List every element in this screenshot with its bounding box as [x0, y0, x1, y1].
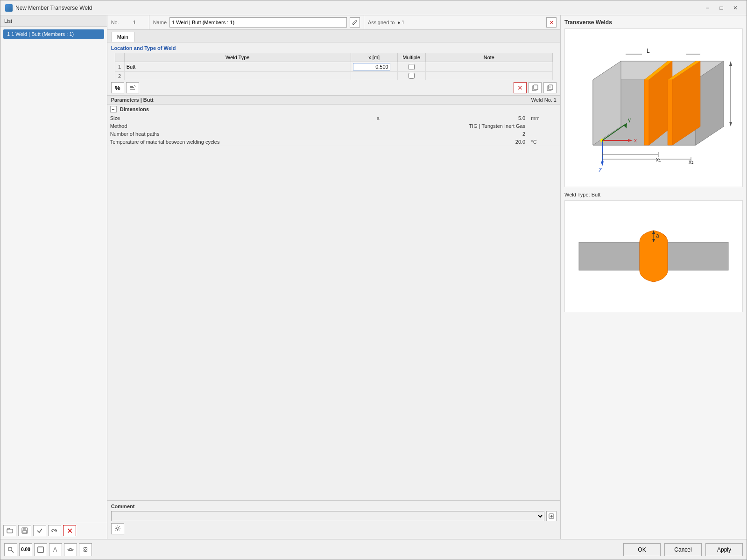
- assigned-value: ♦ 1: [397, 20, 543, 25]
- text-icon: A: [52, 546, 59, 553]
- minimize-button[interactable]: −: [701, 3, 714, 13]
- sort-button[interactable]: [126, 82, 139, 93]
- comment-select[interactable]: [111, 511, 544, 521]
- x-cell-2: [351, 72, 397, 80]
- params-header: Parameters | Butt Weld No. 1: [107, 96, 560, 105]
- ok-button[interactable]: OK: [623, 543, 661, 556]
- param-key-heat: [368, 130, 388, 138]
- weld-table-container: Weld Type x [m] Multiple Note 1 Butt: [107, 53, 560, 80]
- param-key-method: [368, 122, 388, 130]
- svg-point-65: [85, 549, 86, 551]
- param-unit-temp: °C: [528, 138, 560, 146]
- multiple-cell-1[interactable]: [397, 62, 425, 72]
- toolbar-left: %: [111, 82, 139, 93]
- svg-text:a: a: [656, 232, 659, 239]
- comment-section: Comment: [107, 500, 560, 539]
- tabs-bar: Main: [107, 30, 560, 42]
- comment-action-button[interactable]: [546, 511, 557, 521]
- param-unit-size: mm: [528, 114, 560, 122]
- eye-button[interactable]: [64, 543, 77, 556]
- copy-button-1[interactable]: [529, 82, 542, 93]
- box-select-button[interactable]: [34, 543, 47, 556]
- open-folder-button[interactable]: [3, 525, 16, 536]
- table-row: 1 Butt: [115, 62, 552, 72]
- weld-type-cell-2: [124, 72, 351, 80]
- cancel-button[interactable]: Cancel: [664, 543, 702, 556]
- restore-button[interactable]: □: [715, 3, 728, 13]
- edit-name-button[interactable]: [350, 17, 360, 28]
- delete-row-button[interactable]: ✕: [514, 82, 527, 93]
- right-panel: Transverse Welds: [561, 15, 747, 539]
- params-section: Parameters | Butt Weld No. 1 − Dimension…: [107, 95, 560, 146]
- param-row-size: Size a 5.0 mm: [107, 114, 560, 122]
- svg-marker-52: [729, 61, 732, 66]
- svg-text:A: A: [53, 546, 57, 553]
- svg-text:L: L: [647, 48, 650, 54]
- check-button[interactable]: [33, 525, 46, 536]
- edit-icon: [352, 20, 358, 25]
- settings-tool-button[interactable]: [79, 543, 92, 556]
- dim-toggle-button[interactable]: −: [110, 106, 117, 112]
- svg-text:x₁: x₁: [656, 156, 661, 163]
- multiple-checkbox-1[interactable]: [409, 64, 415, 70]
- sort-icon: [129, 84, 136, 91]
- svg-marker-24: [644, 80, 649, 145]
- bottom-right-actions: OK Cancel Apply: [623, 543, 743, 556]
- bottom-bar: 0.00 A OK Cancel Apply: [0, 539, 747, 560]
- chain-button[interactable]: [48, 525, 61, 536]
- percent-button[interactable]: %: [111, 82, 124, 93]
- svg-rect-54: [579, 242, 640, 270]
- delete-list-button[interactable]: ✕: [63, 525, 76, 536]
- toolbar-right: ✕: [514, 82, 557, 93]
- window-title: New Member Transverse Weld: [15, 5, 92, 11]
- multiple-cell-2[interactable]: [397, 72, 425, 80]
- title-bar-left: New Member Transverse Weld: [5, 4, 92, 12]
- col-x: x [m]: [351, 53, 397, 62]
- tab-main[interactable]: Main: [111, 32, 134, 42]
- svg-text:y: y: [628, 117, 631, 123]
- save-button[interactable]: [18, 525, 31, 536]
- svg-rect-12: [549, 85, 553, 90]
- magnifier-button[interactable]: [4, 543, 17, 556]
- dimensions-label: Dimensions: [120, 106, 149, 112]
- app-icon: [5, 4, 13, 12]
- bottom-left-tools: 0.00 A: [4, 543, 92, 556]
- param-name-method: Method: [107, 122, 368, 130]
- param-value-temp: 20.0: [388, 138, 528, 146]
- text-tool-button[interactable]: A: [49, 543, 62, 556]
- param-unit-method: [528, 122, 560, 130]
- copy-button-2[interactable]: [543, 82, 557, 93]
- note-cell-2: [425, 72, 552, 80]
- number-display-button[interactable]: 0.00: [19, 543, 32, 556]
- param-value-size: 5.0: [388, 114, 528, 122]
- svg-rect-3: [23, 531, 27, 533]
- apply-button[interactable]: Apply: [705, 543, 743, 556]
- param-key-size: a: [368, 114, 388, 122]
- assigned-field-block: Assigned to ♦ 1 ✕: [364, 15, 560, 29]
- title-bar-controls: − □ ✕: [701, 3, 742, 13]
- close-button[interactable]: ✕: [729, 3, 742, 13]
- multiple-checkbox-2[interactable]: [409, 73, 415, 79]
- x-cell-1[interactable]: [351, 62, 397, 72]
- svg-point-17: [116, 527, 119, 529]
- check-icon: [36, 527, 43, 534]
- dimensions-header-row: − Dimensions: [107, 105, 560, 114]
- comment-footer-btn: [111, 521, 557, 536]
- assigned-edit-button[interactable]: ✕: [546, 17, 557, 28]
- param-value-heat: 2: [388, 130, 528, 138]
- svg-rect-2: [23, 528, 26, 530]
- settings-tool-icon: [82, 546, 89, 553]
- params-title: Parameters | Butt: [111, 97, 154, 103]
- comment-settings-button[interactable]: [111, 523, 124, 534]
- weld-no: Weld No. 1: [531, 97, 557, 103]
- center-main: Location and Type of Weld Weld Type x [m…: [107, 42, 560, 539]
- name-input[interactable]: [169, 17, 347, 28]
- list-header: List: [0, 15, 107, 27]
- param-key-temp: [368, 138, 388, 146]
- list-item[interactable]: 1 1 Weld | Butt (Members : 1): [3, 29, 104, 39]
- x-input-1[interactable]: [353, 63, 390, 70]
- settings-icon: [114, 525, 121, 532]
- col-note: Note: [425, 53, 552, 62]
- top-fields-bar: No. 1 Name Assigned to ♦ 1 ✕: [107, 15, 560, 30]
- weld-butt-view: a: [564, 200, 743, 312]
